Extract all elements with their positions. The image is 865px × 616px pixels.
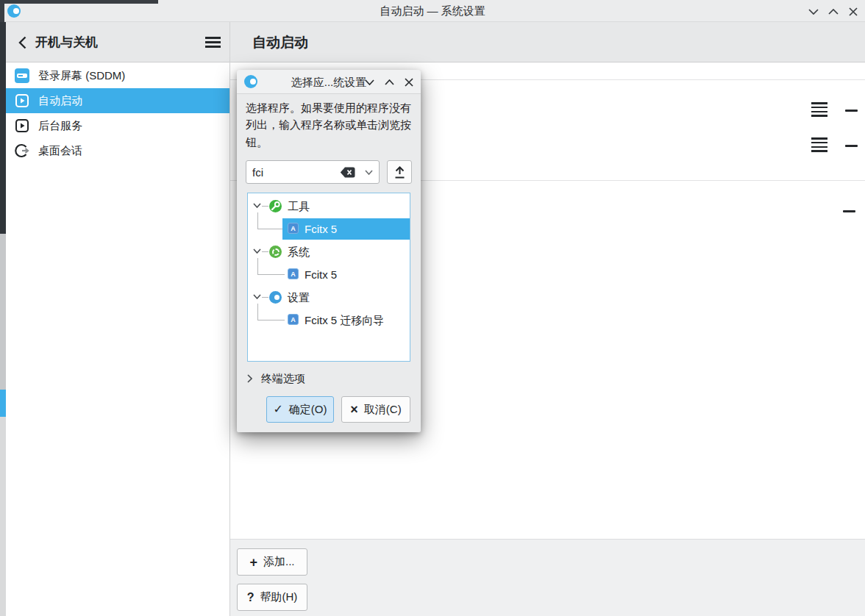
chevron-up-icon	[828, 9, 839, 15]
row-remove-button[interactable]	[845, 140, 858, 151]
terminal-options-expander[interactable]: 终端选项	[247, 370, 305, 387]
clear-input-button[interactable]	[340, 167, 355, 178]
fcitx-app-icon: A	[288, 223, 299, 234]
combo-chevron-down-icon[interactable]	[365, 170, 373, 175]
strip-dark-segment	[0, 22, 6, 234]
tree-group-label: 设置	[288, 286, 310, 309]
window-titlebar: 自动启动 — 系统设置	[0, 0, 865, 22]
fcitx-app-icon: A	[288, 268, 299, 279]
fcitx-app-icon: A	[288, 314, 299, 325]
utilities-icon	[269, 200, 282, 212]
tree-item-label: Fcitx 5	[305, 218, 337, 240]
expanded-chevron-icon[interactable]	[253, 294, 261, 299]
cross-icon: ×	[350, 403, 358, 416]
minimize-button[interactable]	[807, 5, 819, 18]
dialog-description: 选择程序。如果要使用的程序没有列出，输入程序名称或单击浏览按钮。	[246, 99, 413, 151]
kde-logo-icon	[244, 75, 257, 88]
sidebar-item-label: 后台服务	[38, 119, 82, 133]
check-icon: ✓	[273, 404, 282, 415]
browse-button[interactable]	[387, 160, 412, 184]
chevron-down-icon	[365, 79, 374, 85]
expanded-chevron-icon[interactable]	[253, 203, 261, 208]
strip-mid-segment	[0, 234, 6, 390]
plus-icon: +	[249, 556, 257, 569]
help-button-label: 帮助(H)	[260, 590, 297, 604]
tree-group-row-utilities[interactable]: 工具	[248, 195, 410, 218]
page-title: 自动启动	[252, 22, 308, 62]
settings-icon	[269, 291, 282, 304]
terminal-options-label: 终端选项	[261, 372, 305, 386]
sidebar-item-autostart[interactable]: 自动启动	[6, 88, 229, 113]
tree-group-label: 工具	[288, 195, 310, 218]
cancel-button[interactable]: × 取消(C)	[341, 396, 410, 423]
dialog-minimize-button[interactable]	[363, 76, 375, 88]
tree-item-label: Fcitx 5 迁移向导	[305, 309, 384, 332]
tree-item-fcitx5-system[interactable]: A Fcitx 5	[248, 263, 410, 286]
application-filter-field[interactable]	[246, 160, 380, 184]
sidebar-title: 开机与关机	[35, 22, 98, 62]
row-remove-button[interactable]	[845, 105, 858, 115]
tree-group-label: 系统	[288, 240, 310, 263]
autostart-icon	[15, 93, 29, 108]
tree-item-label: Fcitx 5	[305, 263, 337, 286]
close-icon	[405, 78, 413, 87]
collapsed-chevron-icon	[247, 374, 252, 383]
content-header: 自动启动	[230, 22, 865, 62]
tree-item-fcitx5-wizard[interactable]: A Fcitx 5 迁移向导	[248, 309, 410, 332]
choose-application-dialog: 选择应...统设置 选择程序。如果要使用的程序没有列出，输入程序名称或单击浏览按…	[237, 70, 421, 432]
chevron-left-icon	[18, 36, 26, 49]
tree-item-fcitx5-utilities[interactable]: A Fcitx 5	[248, 218, 410, 240]
sidebar-item-label: 登录屏幕 (SDDM)	[38, 69, 125, 83]
chevron-down-icon	[808, 9, 819, 15]
back-button[interactable]	[13, 34, 31, 51]
ok-button[interactable]: ✓ 确定(O)	[266, 396, 334, 423]
strip-selected-segment	[0, 390, 6, 417]
ok-button-label: 确定(O)	[289, 403, 327, 417]
collapsed-category-strip	[0, 22, 6, 616]
tree-group: 工具 A Fcitx 5	[248, 195, 410, 240]
filter-input[interactable]	[252, 161, 337, 183]
upload-arrow-icon	[394, 166, 405, 179]
clear-input-icon	[340, 167, 355, 178]
row-drag-handle[interactable]	[811, 102, 827, 117]
sidebar-item-background-services[interactable]: 后台服务	[6, 113, 229, 138]
tree-group: 设置 A Fcitx 5 迁移向导	[248, 286, 410, 332]
close-button[interactable]	[847, 5, 859, 18]
dialog-titlebar: 选择应...统设置	[237, 70, 421, 94]
sidebar: 开机与关机 登录屏幕 (SDDM) 自动启动 后台服务	[6, 22, 230, 616]
sidebar-item-desktop-session[interactable]: 桌面会话	[6, 138, 229, 163]
tree-group: 系统 A Fcitx 5	[248, 240, 410, 286]
close-icon	[849, 7, 858, 16]
add-button-label: 添加...	[263, 555, 295, 569]
tree-group-row-settings[interactable]: 设置	[248, 286, 410, 309]
hamburger-icon	[205, 37, 221, 48]
tree-group-row-system[interactable]: 系统	[248, 240, 410, 263]
application-tree: 工具 A Fcitx 5 系统 A	[247, 193, 410, 362]
sidebar-header: 开机与关机	[6, 22, 229, 62]
dialog-close-button[interactable]	[403, 76, 415, 88]
row-remove-button[interactable]	[843, 206, 856, 216]
sidebar-item-label: 桌面会话	[38, 144, 82, 158]
dialog-maximize-button[interactable]	[383, 76, 395, 88]
background-services-icon	[15, 118, 29, 133]
system-icon	[269, 246, 282, 258]
desktop-session-icon	[15, 143, 29, 158]
question-icon: ?	[247, 592, 254, 604]
window-title: 自动启动 — 系统设置	[0, 0, 865, 22]
chevron-up-icon	[385, 79, 394, 85]
login-screen-icon	[15, 68, 29, 83]
cancel-button-label: 取消(C)	[364, 403, 402, 417]
add-button[interactable]: + 添加...	[237, 548, 307, 576]
help-button[interactable]: ? 帮助(H)	[237, 584, 307, 611]
maximize-button[interactable]	[827, 5, 839, 18]
expanded-chevron-icon[interactable]	[253, 248, 261, 254]
row-drag-handle[interactable]	[811, 137, 827, 152]
sidebar-item-label: 自动启动	[38, 94, 82, 108]
page-footer: + 添加... ? 帮助(H)	[230, 539, 865, 616]
sidebar-menu-button[interactable]	[204, 35, 221, 49]
sidebar-item-login-screen[interactable]: 登录屏幕 (SDDM)	[6, 63, 229, 88]
